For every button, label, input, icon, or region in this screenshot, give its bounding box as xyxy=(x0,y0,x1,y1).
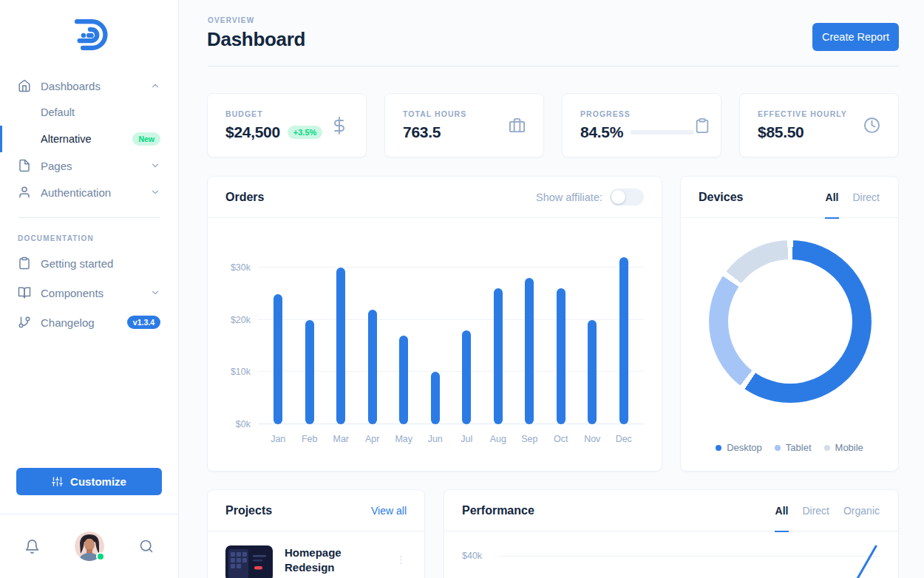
app-logo[interactable] xyxy=(0,16,178,53)
user-avatar[interactable] xyxy=(75,531,104,561)
performance-tab-all[interactable]: All xyxy=(775,490,789,531)
sidebar-item-label: Changelog xyxy=(41,316,95,329)
budget-card: BUDGET $24,500 +3.5% xyxy=(207,93,367,157)
main-content: OVERVIEW Dashboard Create Report BUDGET … xyxy=(179,0,924,578)
progress-bar xyxy=(631,130,694,135)
toggle-knob xyxy=(611,190,625,204)
budget-value: $24,500 xyxy=(225,123,280,141)
more-vertical-icon xyxy=(395,554,407,565)
x-axis-tick: Nov xyxy=(577,434,608,444)
sidebar-item-label: Alternative xyxy=(41,133,92,145)
x-axis-tick: Jul xyxy=(451,434,483,444)
y-axis-tick: $10k xyxy=(220,367,251,377)
devices-tab-all[interactable]: All xyxy=(825,177,840,218)
bar-apr xyxy=(368,310,377,424)
sidebar: Dashboards Default Alternative New Pages… xyxy=(0,0,179,578)
devices-card: Devices All Direct DesktopTabletMobile xyxy=(680,176,899,472)
sidebar-item-components[interactable]: Components xyxy=(0,278,178,307)
x-axis-tick: Sep xyxy=(514,434,546,444)
gridline xyxy=(500,556,880,557)
show-affiliate-toggle[interactable] xyxy=(610,188,644,205)
bar-sep xyxy=(525,278,534,424)
devices-donut-hole xyxy=(728,259,852,384)
stat-label: PROGRESS xyxy=(580,109,694,118)
sidebar-section-heading: DOCUMENTATION xyxy=(0,218,178,248)
project-thumbnail xyxy=(225,545,273,578)
bar-mar xyxy=(336,268,345,424)
sidebar-item-default[interactable]: Default xyxy=(0,99,178,126)
devices-tab-direct[interactable]: Direct xyxy=(852,177,880,218)
effective-hourly-value: $85.50 xyxy=(758,123,804,141)
projects-card: Projects View all Homepage Redesign xyxy=(207,489,425,578)
user-icon xyxy=(18,186,31,199)
search-button[interactable] xyxy=(139,539,154,554)
bars xyxy=(258,247,644,424)
legend-dot xyxy=(775,445,781,451)
page-title: Dashboard xyxy=(207,28,305,51)
stat-label: EFFECTIVE HOURLY xyxy=(758,109,863,118)
legend-dot xyxy=(824,445,830,451)
performance-tab-organic[interactable]: Organic xyxy=(843,490,880,531)
project-title: Homepage Redesign xyxy=(285,545,381,575)
sidebar-item-label: Components xyxy=(41,287,103,299)
x-axis-tick: Feb xyxy=(294,434,326,444)
new-badge: New xyxy=(132,132,160,146)
performance-tab-direct[interactable]: Direct xyxy=(801,490,830,531)
sidebar-nav: Dashboards Default Alternative New Pages… xyxy=(0,72,178,337)
book-open-icon xyxy=(18,286,31,299)
progress-value: 84.5% xyxy=(580,123,623,141)
sidebar-item-alternative[interactable]: Alternative New xyxy=(0,126,178,152)
effective-hourly-card: EFFECTIVE HOURLY $85.50 xyxy=(739,93,899,157)
orders-card: Orders Show affiliate: $0k$10k$20k$30k J… xyxy=(207,176,662,472)
x-axis-tick: Jun xyxy=(420,434,452,444)
project-menu-button[interactable] xyxy=(395,545,407,568)
customize-button[interactable]: Customize xyxy=(16,468,162,495)
bar-aug xyxy=(494,288,503,424)
x-axis-tick: Aug xyxy=(483,434,514,444)
x-axis-tick: Oct xyxy=(546,434,577,444)
create-report-button[interactable]: Create Report xyxy=(812,23,899,51)
file-icon xyxy=(18,159,31,172)
clock-icon xyxy=(863,117,880,134)
performance-line xyxy=(852,546,876,578)
y-axis-tick: $20k xyxy=(220,315,251,325)
bar-may xyxy=(399,336,408,424)
y-axis-tick: $40k xyxy=(462,551,482,561)
legend-item-desktop: Desktop xyxy=(716,442,762,453)
chevron-down-icon xyxy=(150,160,160,171)
sidebar-item-dashboards[interactable]: Dashboards xyxy=(0,72,178,99)
search-icon xyxy=(139,539,154,554)
legend-item-tablet: Tablet xyxy=(775,442,812,453)
dashkit-logo-icon xyxy=(68,16,111,53)
legend-dot xyxy=(716,445,721,451)
bar-jun xyxy=(431,372,440,424)
sidebar-item-label: Getting started xyxy=(41,257,113,270)
project-list-item[interactable]: Homepage Redesign xyxy=(208,531,424,578)
dollar-icon xyxy=(330,117,348,135)
home-icon xyxy=(18,79,31,92)
performance-card: Performance All Direct Organic $40k xyxy=(444,489,899,578)
bar-oct xyxy=(557,288,565,424)
orders-months: JanFebMarAprMayJunJulAugSepOctNovDec xyxy=(258,434,644,444)
legend-label: Mobile xyxy=(835,442,863,453)
clipboard-icon xyxy=(694,118,710,134)
orders-bar-chart: $0k$10k$20k$30k JanFebMarAprMayJunJulAug… xyxy=(208,247,662,444)
legend-item-mobile: Mobile xyxy=(824,442,863,453)
total-hours-card: TOTAL HOURS 763.5 xyxy=(384,93,544,157)
bar-nov xyxy=(588,320,597,424)
orders-plot: $0k$10k$20k$30k xyxy=(258,247,644,424)
performance-title: Performance xyxy=(462,504,534,517)
x-axis-tick: Jan xyxy=(262,434,294,444)
sidebar-item-getting-started[interactable]: Getting started xyxy=(0,248,178,278)
sidebar-item-label: Pages xyxy=(41,160,72,172)
notifications-button[interactable] xyxy=(24,539,40,554)
total-hours-value: 763.5 xyxy=(403,123,441,141)
sidebar-item-changelog[interactable]: Changelog v1.3.4 xyxy=(0,307,178,337)
header-divider xyxy=(208,66,899,67)
sidebar-item-pages[interactable]: Pages xyxy=(0,152,178,179)
sidebar-item-authentication[interactable]: Authentication xyxy=(0,179,178,205)
sidebar-footer xyxy=(0,514,178,578)
show-affiliate-label: Show affiliate: xyxy=(536,191,602,203)
orders-title: Orders xyxy=(225,191,264,204)
view-all-link[interactable]: View all xyxy=(371,505,407,517)
